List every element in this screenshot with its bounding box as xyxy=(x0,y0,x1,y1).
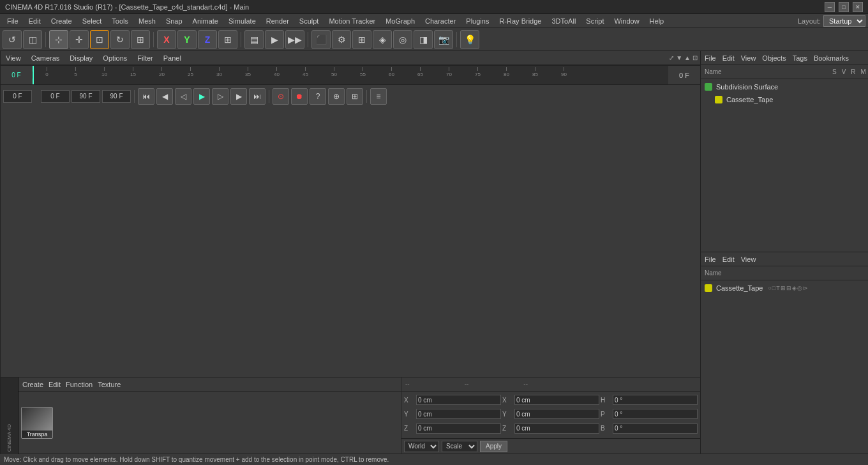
coord-p-rot[interactable] xyxy=(613,409,698,419)
cube-btn[interactable]: ⬛ xyxy=(311,30,331,49)
key-all-btn[interactable]: ⊕ xyxy=(328,88,345,105)
menu-character[interactable]: Character xyxy=(421,16,460,26)
coord-y-pos[interactable] xyxy=(416,409,501,419)
mat-menu-edit[interactable]: Edit xyxy=(49,381,61,388)
scale-tool-btn[interactable]: ⊡ xyxy=(90,30,109,49)
menu-motion-tracker[interactable]: Motion Tracker xyxy=(324,16,380,26)
obj-row-cassette-tape-top[interactable]: Cassette_Tape ••• xyxy=(701,93,868,106)
menu-sculpt[interactable]: Sculpt xyxy=(295,16,324,26)
menu-edit[interactable]: Edit xyxy=(24,16,45,26)
menu-plugins[interactable]: Plugins xyxy=(461,16,493,26)
coord-mode-dropdown[interactable]: Scale Move Rotate xyxy=(442,441,477,452)
vp-expand-icon[interactable]: ⤢ xyxy=(669,54,674,61)
objbot-file[interactable]: File xyxy=(705,255,716,263)
mat-menu-function[interactable]: Function xyxy=(66,381,93,388)
next-btn[interactable]: ▷ xyxy=(212,88,228,105)
objmgr-objects[interactable]: Objects xyxy=(762,54,786,62)
maximize-btn[interactable]: □ xyxy=(839,2,849,12)
vp-down-icon[interactable]: ▼ xyxy=(676,54,682,61)
render-region-btn[interactable]: ▤ xyxy=(244,30,264,49)
playback-preview-end-field[interactable] xyxy=(102,90,131,103)
timeline-ruler[interactable]: 051015202530354045505560657075808590 xyxy=(33,66,668,84)
scene-btn[interactable]: ◨ xyxy=(414,30,433,49)
minimize-btn[interactable]: ─ xyxy=(825,2,835,12)
vp-menu-cameras[interactable]: Cameras xyxy=(29,54,63,63)
prev-btn[interactable]: ◁ xyxy=(175,88,191,105)
light-btn[interactable]: 💡 xyxy=(460,30,479,49)
auto-key-btn[interactable]: ? xyxy=(310,88,326,105)
go-start-btn[interactable]: ⏮ xyxy=(138,88,154,105)
deformer-btn[interactable]: ◈ xyxy=(373,30,392,49)
coord-system-dropdown[interactable]: World Object xyxy=(404,441,439,452)
timeline-full-btn[interactable]: ≡ xyxy=(370,88,387,105)
menu-simulate[interactable]: Simulate xyxy=(224,16,260,26)
viewport-solo[interactable]: ◫ xyxy=(23,30,42,49)
axis-y-btn[interactable]: Y xyxy=(177,30,197,49)
menu-snap[interactable]: Snap xyxy=(161,16,187,26)
select-tool-btn[interactable]: ⊹ xyxy=(49,30,68,49)
timeline-playhead[interactable] xyxy=(33,66,34,84)
coord-b-rot[interactable] xyxy=(613,423,698,434)
next-frame-btn[interactable]: ▶ xyxy=(230,88,247,105)
menu-rray[interactable]: R-Ray Bridge xyxy=(495,16,546,26)
menu-create[interactable]: Create xyxy=(47,16,77,26)
axis-all-btn[interactable]: ⊞ xyxy=(218,30,237,49)
menu-tools[interactable]: Tools xyxy=(107,16,133,26)
menu-animate[interactable]: Animate xyxy=(188,16,223,26)
vp-fullscreen-icon[interactable]: ⊡ xyxy=(692,54,698,61)
camera-btn[interactable]: 📷 xyxy=(434,30,453,49)
rotate-tool-btn[interactable]: ↻ xyxy=(110,30,130,49)
menu-render[interactable]: Render xyxy=(262,16,294,26)
play-btn[interactable]: ▶ xyxy=(193,88,210,105)
menu-select[interactable]: Select xyxy=(78,16,107,26)
menu-window[interactable]: Window xyxy=(610,16,643,26)
transform-btn[interactable]: ⊞ xyxy=(131,30,150,49)
render-active-btn[interactable]: ▶ xyxy=(265,30,284,49)
vp-menu-display[interactable]: Display xyxy=(67,54,95,63)
obj-row-cassette-bottom[interactable]: Cassette_Tape ○ □ T ⊞ ⊟ ◈ ◎ ⊳ xyxy=(701,282,868,294)
coord-y-size[interactable] xyxy=(514,409,599,419)
menu-file[interactable]: File xyxy=(3,16,23,26)
vp-menu-panel[interactable]: Panel xyxy=(161,54,184,63)
objbot-view[interactable]: View xyxy=(741,255,756,263)
menu-3dtoall[interactable]: 3DToAll xyxy=(547,16,580,26)
array-btn[interactable]: ⊞ xyxy=(352,30,371,49)
vp-menu-view[interactable]: View xyxy=(3,54,24,63)
objmgr-file[interactable]: File xyxy=(705,54,716,62)
coord-apply-btn[interactable]: Apply xyxy=(480,441,507,452)
spline-btn[interactable]: ◎ xyxy=(393,30,412,49)
record-active-btn[interactable]: ⊙ xyxy=(273,88,289,105)
playback-start-field[interactable] xyxy=(41,90,70,103)
coord-x-size[interactable] xyxy=(514,395,599,405)
coord-h-rot[interactable] xyxy=(613,395,698,405)
menu-script[interactable]: Script xyxy=(581,16,608,26)
material-swatch-transpa[interactable]: Transpa xyxy=(21,407,53,439)
coord-z-size[interactable] xyxy=(514,423,599,434)
objmgr-tags[interactable]: Tags xyxy=(793,54,807,62)
nurbs-btn[interactable]: ⚙ xyxy=(332,30,351,49)
move-tool-btn[interactable]: ✛ xyxy=(70,30,89,49)
menu-mograph[interactable]: MoGraph xyxy=(381,16,419,26)
render-queue-btn[interactable]: ▶▶ xyxy=(285,30,304,49)
axis-z-btn[interactable]: Z xyxy=(198,30,217,49)
coord-z-pos[interactable] xyxy=(416,423,501,434)
go-end-btn[interactable]: ⏭ xyxy=(249,88,266,105)
objmgr-view[interactable]: View xyxy=(741,54,756,62)
menu-mesh[interactable]: Mesh xyxy=(134,16,160,26)
vp-menu-filter[interactable]: Filter xyxy=(135,54,155,63)
prev-frame-btn[interactable]: ◀ xyxy=(156,88,173,105)
close-btn[interactable]: ✕ xyxy=(853,2,863,12)
axis-x-btn[interactable]: X xyxy=(157,30,176,49)
objbot-edit[interactable]: Edit xyxy=(722,255,735,263)
playback-current-field[interactable] xyxy=(3,90,32,103)
menu-help[interactable]: Help xyxy=(645,16,669,26)
coord-x-pos[interactable] xyxy=(416,395,501,405)
objmgr-edit[interactable]: Edit xyxy=(722,54,735,62)
record-btn[interactable]: ⏺ xyxy=(291,88,308,105)
layout-dropdown[interactable]: Startup xyxy=(823,15,865,27)
objmgr-bookmarks[interactable]: Bookmarks xyxy=(814,54,849,62)
motion-clip-btn[interactable]: ⊞ xyxy=(347,88,363,105)
playback-end-field[interactable] xyxy=(71,90,100,103)
vp-up-icon[interactable]: ▲ xyxy=(684,54,691,61)
undo-btn[interactable]: ↺ xyxy=(3,30,22,49)
